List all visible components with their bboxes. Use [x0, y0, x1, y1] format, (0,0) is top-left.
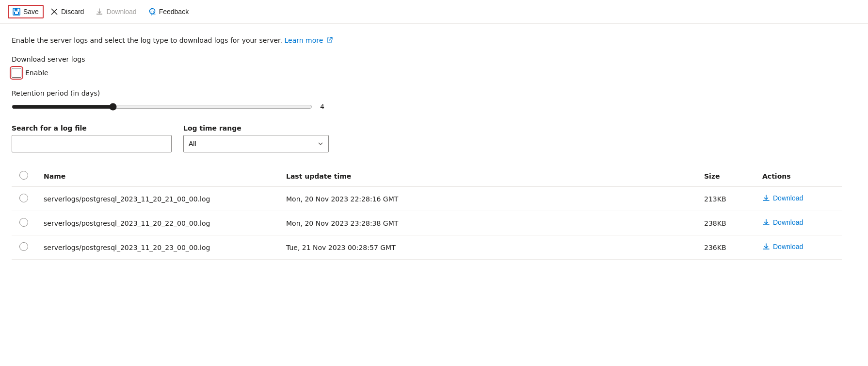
download-icon-1	[762, 218, 770, 226]
retention-slider[interactable]	[12, 103, 312, 111]
save-label: Save	[23, 8, 39, 16]
search-label: Search for a log file	[12, 124, 172, 132]
download-button-0[interactable]: Download	[762, 194, 803, 202]
download-button-1[interactable]: Download	[762, 218, 803, 226]
info-text: Enable the server logs and select the lo…	[12, 35, 842, 46]
row-time-1: Mon, 20 Nov 2023 23:28:38 GMT	[278, 211, 696, 235]
table-row: serverlogs/postgresql_2023_11_20_22_00_0…	[12, 211, 842, 235]
col-header-time: Last update time	[278, 166, 696, 186]
time-range-field-group: Log time range All Last hour Last day La…	[183, 124, 329, 152]
retention-value: 4	[320, 103, 330, 111]
row-time-0: Mon, 20 Nov 2023 22:28:16 GMT	[278, 186, 696, 211]
table-body: serverlogs/postgresql_2023_11_20_21_00_0…	[12, 186, 842, 260]
table-row: serverlogs/postgresql_2023_11_20_23_00_0…	[12, 235, 842, 260]
retention-label: Retention period (in days)	[12, 89, 842, 97]
download-toolbar-label: Download	[106, 8, 136, 16]
header-radio[interactable]	[19, 171, 28, 180]
row-size-2: 236KB	[696, 235, 755, 260]
row-radio-cell-2	[12, 235, 36, 260]
time-range-select[interactable]: All Last hour Last day Last week	[183, 135, 329, 152]
download-toolbar-button[interactable]: Download	[91, 5, 141, 18]
col-header-actions: Actions	[755, 166, 842, 186]
discard-button[interactable]: Discard	[46, 5, 89, 18]
col-header-size: Size	[696, 166, 755, 186]
row-size-0: 213KB	[696, 186, 755, 211]
table-row: serverlogs/postgresql_2023_11_20_21_00_0…	[12, 186, 842, 211]
download-toolbar-icon	[96, 8, 103, 16]
row-radio-cell-0	[12, 186, 36, 211]
col-header-radio	[12, 166, 36, 186]
row-radio-1[interactable]	[19, 218, 28, 227]
row-radio-cell-1	[12, 211, 36, 235]
row-size-1: 238KB	[696, 211, 755, 235]
download-server-logs-label: Download server logs	[12, 55, 842, 63]
learn-more-link[interactable]: Learn more	[285, 36, 333, 44]
col-header-name: Name	[36, 166, 278, 186]
table-header: Name Last update time Size Actions	[12, 166, 842, 186]
svg-point-6	[149, 9, 155, 14]
download-icon-0	[762, 194, 770, 202]
save-button[interactable]: Save	[8, 5, 44, 18]
external-link-icon	[327, 37, 333, 43]
row-radio-0[interactable]	[19, 194, 28, 202]
download-label-1: Download	[773, 218, 803, 226]
row-actions-0: Download	[755, 186, 842, 211]
row-name-2: serverlogs/postgresql_2023_11_20_23_00_0…	[36, 235, 278, 260]
discard-label: Discard	[61, 8, 84, 16]
filter-row: Search for a log file Log time range All…	[12, 124, 842, 152]
download-icon-2	[762, 243, 770, 250]
feedback-label: Feedback	[159, 8, 189, 16]
row-radio-2[interactable]	[19, 242, 28, 251]
time-range-label: Log time range	[183, 124, 329, 132]
feedback-button[interactable]: Feedback	[144, 5, 193, 18]
retention-section: Retention period (in days) 4	[12, 89, 842, 111]
enable-label[interactable]: Enable	[25, 69, 48, 77]
row-actions-2: Download	[755, 235, 842, 260]
row-time-2: Tue, 21 Nov 2023 00:28:57 GMT	[278, 235, 696, 260]
download-label-2: Download	[773, 243, 803, 250]
download-label-0: Download	[773, 194, 803, 202]
row-name-0: serverlogs/postgresql_2023_11_20_21_00_0…	[36, 186, 278, 211]
save-icon	[13, 8, 20, 16]
main-content: Enable the server logs and select the lo…	[0, 24, 853, 271]
enable-checkbox[interactable]	[12, 68, 21, 78]
log-table: Name Last update time Size Actions serve…	[12, 166, 842, 260]
search-field-group: Search for a log file	[12, 124, 172, 152]
svg-point-8	[153, 12, 154, 13]
discard-icon	[50, 8, 58, 16]
svg-rect-1	[15, 8, 17, 11]
svg-point-7	[150, 12, 151, 13]
enable-toggle: Enable	[12, 68, 842, 78]
row-name-1: serverlogs/postgresql_2023_11_20_22_00_0…	[36, 211, 278, 235]
row-actions-1: Download	[755, 211, 842, 235]
slider-row: 4	[12, 103, 842, 111]
toolbar: Save Discard Download	[0, 0, 868, 24]
feedback-icon	[148, 8, 156, 16]
search-input[interactable]	[12, 135, 172, 152]
svg-rect-3	[15, 12, 18, 14]
download-button-2[interactable]: Download	[762, 243, 803, 250]
